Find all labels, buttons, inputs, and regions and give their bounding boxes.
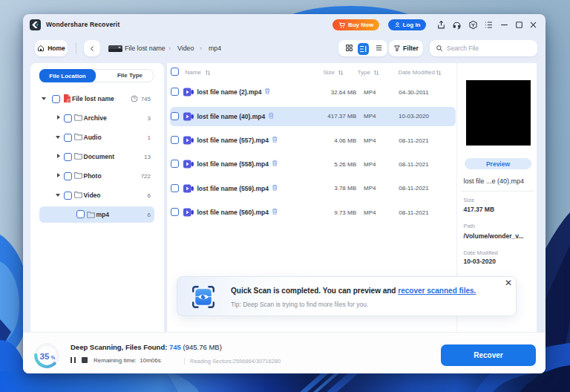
svg-text:35: 35 xyxy=(40,352,50,361)
svg-text:%: % xyxy=(51,355,56,360)
